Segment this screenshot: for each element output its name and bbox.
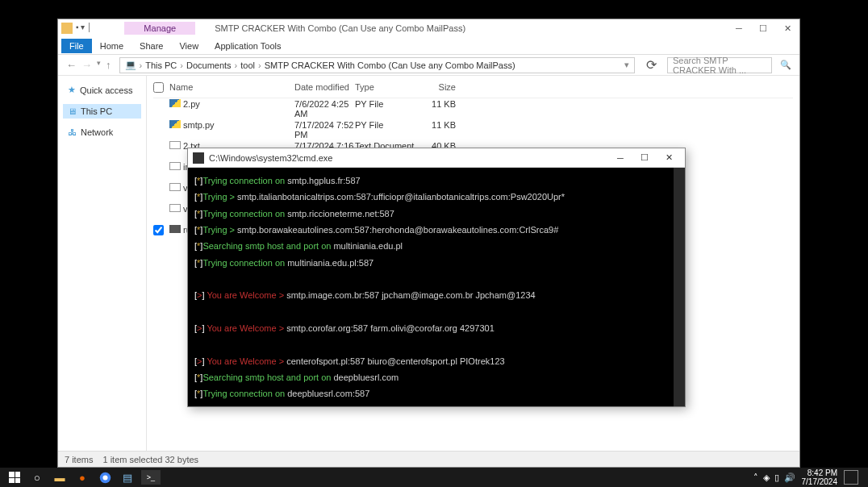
view-tab[interactable]: View [171,39,207,53]
back-button[interactable]: ← [66,59,77,71]
file-icon [169,141,181,149]
tray-up-icon[interactable]: ˄ [753,472,758,483]
file-tab[interactable]: File [61,39,92,53]
file-explorer-icon[interactable]: ▬ [48,468,71,487]
chrome-icon[interactable] [94,468,116,487]
file-icon [169,204,181,212]
recent-button[interactable]: ▾ [97,59,101,71]
file-icon [169,99,181,107]
tray-clock[interactable]: 8:42 PM 7/17/2024 [802,468,838,486]
file-icon [169,162,181,170]
close-button[interactable]: ✕ [775,19,799,37]
file-icon [169,183,181,191]
cmd-close[interactable]: ✕ [657,150,680,166]
up-button[interactable]: ↑ [106,59,111,71]
selected-info: 1 item selected 32 bytes [102,455,198,464]
cmd-window: C:\Windows\system32\cmd.exe ─ ☐ ✕ [*]Try… [187,148,686,407]
sidebar: ★Quick access 🖥This PC 🖧Network [58,76,147,463]
forward-button[interactable]: → [81,59,92,71]
col-size[interactable]: Size [415,82,456,94]
cmd-scrollbar[interactable] [674,168,685,406]
firefox-icon[interactable]: ● [71,468,94,487]
file-icon [169,225,181,233]
tray-network-icon[interactable]: ▯ [774,472,779,483]
maximize-button[interactable]: ☐ [751,19,775,37]
file-icon [169,120,181,128]
folder-icon [61,23,73,34]
notification-icon[interactable] [844,470,858,485]
col-name[interactable]: Name [169,82,294,94]
cmd-minimize[interactable]: ─ [609,150,632,166]
breadcrumb[interactable]: 💻 › This PC › Documents › tool › SMTP CR… [119,57,636,73]
bc-tool[interactable]: tool [240,60,255,70]
manage-tab[interactable]: Manage [124,22,195,35]
sidebar-this-pc[interactable]: 🖥This PC [63,104,141,119]
column-headers[interactable]: Name Date modified Type Size [153,79,793,98]
file-row[interactable]: 2.py 7/6/2022 4:25 AM PY File 11 KB [153,98,793,119]
sidebar-network[interactable]: 🖧Network [63,125,141,139]
bc-folder[interactable]: SMTP CRACKER With Combo (Can Use any Com… [265,60,515,70]
start-button[interactable] [3,468,26,487]
cmd-titlebar[interactable]: C:\Windows\system32\cmd.exe ─ ☐ ✕ [188,148,685,168]
apptools-tab[interactable]: Application Tools [207,39,289,53]
notepad-icon[interactable]: ▤ [116,468,139,487]
sidebar-quick-access[interactable]: ★Quick access [63,82,141,98]
ribbon: File Home Share View Application Tools [58,37,799,55]
search-input[interactable]: Search SMTP CRACKER With ... [667,57,772,73]
bc-docs[interactable]: Documents [186,60,232,70]
tray-shield-icon[interactable]: ◈ [763,472,770,483]
item-count: 7 items [65,455,93,464]
star-icon: ★ [68,85,76,95]
home-tab[interactable]: Home [92,39,131,53]
search-icon[interactable]: ○ [26,468,48,487]
minimize-button[interactable]: ─ [727,19,751,37]
cmd-icon [193,152,204,164]
tray-volume-icon[interactable]: 🔊 [784,472,795,483]
pc-icon: 🖥 [68,106,77,116]
quick-access-toolbar[interactable]: ▪ ▾ │ [76,23,92,34]
refresh-button[interactable]: ⟳ [643,57,659,73]
titlebar: ▪ ▾ │ Manage SMTP CRACKER With Combo (Ca… [58,19,799,37]
cmd-output[interactable]: [*]Trying connection on smtp.hgplus.fr:5… [188,168,685,406]
bc-pc[interactable]: This PC [145,60,177,70]
col-date[interactable]: Date modified [294,82,355,94]
file-row[interactable]: smtp.py 7/17/2024 7:52 PM PY File 11 KB [153,119,793,140]
cmd-title-text: C:\Windows\system32\cmd.exe [209,153,332,163]
status-bar: 7 items 1 item selected 32 bytes [58,451,799,467]
address-bar: ← → ▾ ↑ 💻 › This PC › Documents › tool ›… [58,55,799,76]
select-all-checkbox[interactable] [153,82,164,93]
search-icon[interactable]: 🔍 [780,60,791,70]
share-tab[interactable]: Share [131,39,171,53]
svg-point-1 [102,475,107,480]
pc-icon: 💻 [125,60,136,70]
taskbar: ○ ▬ ● ▤ >_ ˄ ◈ ▯ 🔊 8:42 PM 7/17/2024 [0,468,868,487]
network-icon: 🖧 [68,127,77,137]
window-title: SMTP CRACKER With Combo (Can Use any Com… [195,22,485,35]
cmd-maximize[interactable]: ☐ [633,150,656,166]
col-type[interactable]: Type [355,82,415,94]
terminal-icon[interactable]: >_ [141,470,161,485]
